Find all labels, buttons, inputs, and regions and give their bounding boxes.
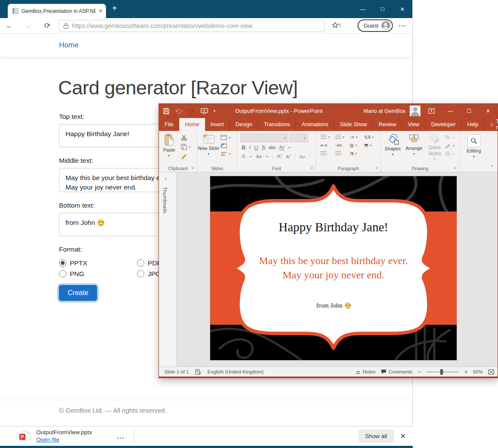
slide-layout-icon[interactable] [221, 135, 227, 140]
notes-button[interactable]: Notes [355, 369, 376, 374]
comments-button[interactable]: Comments [381, 369, 413, 374]
line-spacing-button[interactable]: ↕≡▼ [350, 135, 362, 140]
align-text-button[interactable]: ⬒▼ [364, 143, 376, 148]
tell-me-button[interactable]: Tell me [484, 118, 498, 131]
section-icon[interactable] [221, 152, 227, 156]
start-slideshow-icon[interactable] [201, 108, 208, 114]
show-all-button[interactable]: Show all [358, 429, 394, 443]
browser-tab[interactable]: GemBox.Presentation in ASP.NET ✕ [8, 4, 106, 18]
quick-styles-button[interactable]: Quick Styles ▼ [425, 131, 444, 161]
tab-home[interactable]: Home [179, 118, 205, 131]
radio-pptx[interactable] [59, 259, 66, 267]
tab-slideshow[interactable]: Slide Show [334, 118, 373, 131]
new-tab-button[interactable]: + [112, 3, 117, 13]
tab-design[interactable]: Design [230, 118, 258, 131]
tab-developer[interactable]: Developer [426, 118, 462, 131]
reset-slide-icon[interactable] [221, 143, 227, 149]
underline-button[interactable]: U [254, 145, 258, 151]
bold-button[interactable]: B [242, 145, 246, 151]
ppt-maximize-button[interactable]: ☐ [460, 108, 479, 114]
redo-icon[interactable] [189, 109, 195, 114]
drawing-dialog-launcher[interactable]: ⇲ [454, 166, 458, 170]
tab-transitions[interactable]: Transitions [258, 118, 296, 131]
change-case-button[interactable]: Aa [256, 154, 261, 159]
card-signature-text[interactable]: from John [210, 302, 457, 309]
create-button[interactable]: Create [59, 285, 97, 301]
profile-button[interactable]: Guest [358, 19, 393, 32]
shapes-button[interactable]: Shapes ▼ [383, 131, 403, 161]
browser-menu-button[interactable]: ··· [399, 22, 407, 29]
browser-close-button[interactable]: ✕ [392, 6, 412, 12]
spellcheck-icon[interactable] [195, 369, 202, 375]
shape-effects-button[interactable]: ▼ [445, 151, 455, 156]
tab-view[interactable]: View [402, 118, 426, 131]
spacing-caret[interactable]: ▼ [288, 146, 291, 149]
zoom-out-button[interactable]: − [418, 368, 421, 375]
card-message-line2[interactable]: May your joy never end. [210, 269, 457, 281]
paragraph-dialog-launcher[interactable]: ⇲ [375, 166, 379, 170]
language-indicator[interactable]: English (United Kingdom) [208, 369, 264, 374]
character-spacing-button[interactable]: AV [279, 145, 285, 150]
radio-png[interactable] [59, 270, 66, 277]
qat-customize-caret[interactable]: ▾ [214, 109, 215, 113]
grow-font-button[interactable]: A˄ [277, 153, 282, 159]
smartart-convert-button[interactable]: ⬔▼ [350, 151, 362, 156]
cut-icon[interactable] [181, 135, 187, 141]
browser-minimize-button[interactable]: — [353, 6, 373, 12]
thumbnails-pane[interactable]: › Thumbnails [159, 172, 177, 367]
fit-slide-icon[interactable] [488, 369, 494, 375]
align-center-button[interactable] [335, 151, 341, 156]
text-shadow-button[interactable]: S [261, 145, 265, 151]
new-slide-button[interactable]: New Slide ▼ [197, 131, 220, 156]
text-direction-button[interactable]: ⇅A▼ [364, 135, 376, 140]
format-painter-icon[interactable] [181, 153, 187, 159]
align-left-button[interactable] [321, 151, 327, 156]
zoom-level[interactable]: 60% [473, 369, 483, 374]
tab-help[interactable]: Help [462, 118, 485, 131]
clear-formatting-icon[interactable]: A [299, 154, 305, 159]
tab-review[interactable]: Review [373, 118, 402, 131]
increase-indent-button[interactable]: ⇥≡ [335, 143, 347, 148]
refresh-button[interactable]: ⟳ [38, 21, 57, 30]
strikethrough-button[interactable]: abc [269, 145, 276, 150]
card-title-text[interactable]: Happy Birthday Jane! [210, 220, 457, 234]
radio-pdf[interactable] [137, 259, 144, 267]
decrease-indent-button[interactable]: ⇤≡ [321, 143, 333, 148]
columns-button[interactable]: ▥▼ [350, 143, 362, 148]
account-avatar[interactable] [410, 106, 420, 116]
download-bar-close-icon[interactable]: ✕ [400, 432, 406, 440]
zoom-in-button[interactable]: + [464, 368, 468, 375]
italic-button[interactable]: I [249, 144, 251, 151]
copy-icon[interactable] [181, 144, 187, 150]
shrink-font-button[interactable]: A˅ [286, 154, 291, 159]
zoom-slider-handle[interactable] [440, 369, 443, 375]
favorites-icon[interactable] [332, 22, 341, 30]
numbering-button[interactable]: ▼ [335, 135, 347, 140]
ppt-close-button[interactable]: ✕ [479, 108, 498, 114]
back-button[interactable]: ← [0, 22, 19, 30]
paste-button[interactable]: Paste ▼ [159, 131, 179, 159]
tab-file[interactable]: File [159, 118, 179, 131]
browser-maximize-button[interactable]: ☐ [373, 6, 392, 12]
undo-icon[interactable] [175, 109, 181, 114]
font-name-select[interactable]: ▼ [241, 134, 288, 142]
slide-indicator[interactable]: Slide 1 of 1 [164, 369, 189, 374]
tab-insert[interactable]: Insert [205, 118, 230, 131]
shape-fill-button[interactable]: ▼ [445, 135, 455, 140]
nav-home-link[interactable]: Home [59, 41, 78, 50]
font-size-select[interactable]: ▼ [290, 134, 308, 142]
zoom-slider[interactable] [426, 371, 459, 373]
undo-caret[interactable]: ▾ [182, 109, 184, 113]
editing-button[interactable]: Editing ▼ [460, 131, 488, 158]
collapse-ribbon-icon[interactable]: ⌃ [490, 165, 494, 170]
font-color-button[interactable]: A [242, 153, 245, 159]
tab-close-icon[interactable]: ✕ [99, 8, 103, 14]
save-icon[interactable] [163, 108, 169, 114]
font-dialog-launcher[interactable]: ⇲ [310, 166, 314, 170]
address-bar[interactable]: https://www.gemboxsoftware.com/presentat… [59, 20, 325, 32]
bullets-button[interactable]: ▼ [321, 135, 333, 140]
ribbon-display-options-icon[interactable] [428, 108, 435, 114]
account-name[interactable]: Mario at GemBox [364, 108, 405, 114]
open-file-link[interactable]: Open file [36, 436, 59, 443]
card-message-line1[interactable]: May this be your best birthday ever. [210, 255, 457, 267]
